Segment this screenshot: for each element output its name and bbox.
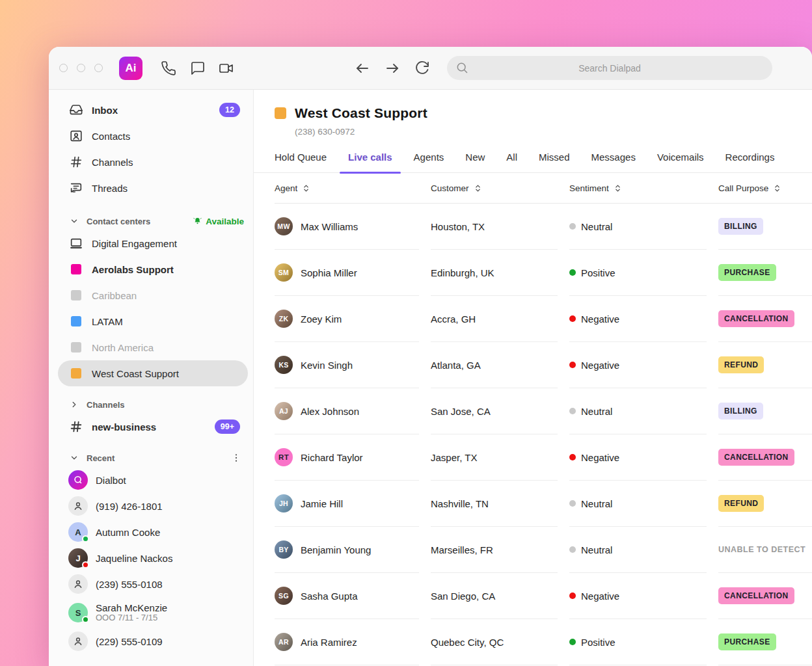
sidebar-item-threads[interactable]: Threads xyxy=(58,175,248,201)
table-row[interactable]: ZK Zoey Kim Accra, GH Negative CANCELLAT… xyxy=(275,296,812,342)
tab-bar: Hold Queue Live calls Agents New All Mis… xyxy=(275,152,812,172)
table-row[interactable]: KS Kevin Singh Atlanta, GA Negative REFU… xyxy=(275,342,812,388)
sentiment-cell: Negative xyxy=(569,573,707,619)
sentiment-cell: Positive xyxy=(569,619,707,665)
sidebar-item-aerolabs-support[interactable]: Aerolabs Support xyxy=(58,256,248,282)
column-header-call-purpose[interactable]: Call Purpose xyxy=(718,183,812,193)
recent-item-autumn-cooke[interactable]: A Autumn Cooke xyxy=(58,519,248,545)
tab-live-calls[interactable]: Live calls xyxy=(348,152,392,172)
back-icon[interactable] xyxy=(355,60,370,76)
monitor-icon xyxy=(68,235,84,251)
sidebar-item-new-business[interactable]: new-business 99+ xyxy=(58,414,248,440)
tab-voicemails[interactable]: Voicemails xyxy=(657,152,704,172)
sidebar-item-caribbean[interactable]: Caribbean xyxy=(58,282,248,308)
column-header-agent[interactable]: Agent xyxy=(275,183,419,193)
customer-cell: Houston, TX xyxy=(431,204,558,250)
recent-item-dialbot[interactable]: Dialbot xyxy=(58,467,248,493)
dialpad-ai-logo-icon: Ai xyxy=(119,57,142,80)
table-row[interactable]: AJ Alex Johnson San Jose, CA Neutral BIL… xyxy=(275,388,812,434)
sidebar-item-label: Threads xyxy=(92,183,128,194)
sidebar-item-inbox[interactable]: Inbox 12 xyxy=(58,97,248,123)
call-purpose-cell: REFUND xyxy=(718,342,812,388)
center-color-swatch xyxy=(71,368,81,379)
tab-recordings[interactable]: Recordings xyxy=(725,152,775,172)
sidebar-item-north-america[interactable]: North America xyxy=(58,334,248,360)
recent-item-jaqueline-nackos[interactable]: J Jaqueline Nackos xyxy=(58,545,248,571)
sentiment-label: Negative xyxy=(581,360,619,371)
window-control-icon[interactable] xyxy=(77,64,85,72)
sort-icon[interactable] xyxy=(773,184,781,193)
sidebar-item-label: North America xyxy=(92,342,154,353)
table-row[interactable]: SG Sasha Gupta San Diego, CA Negative CA… xyxy=(275,573,812,619)
agent-cell: SM Sophia Miller xyxy=(275,250,419,296)
tab-new[interactable]: New xyxy=(465,152,485,172)
table-row[interactable]: SM Sophia Miller Edinburgh, UK Positive … xyxy=(275,250,812,296)
status-dot xyxy=(82,561,89,568)
sidebar-item-label: LATAM xyxy=(92,316,123,327)
agent-name: Jamie Hill xyxy=(301,498,343,509)
recent-item-phone[interactable]: (239) 555-0108 xyxy=(58,571,248,597)
agent-name: Aria Ramirez xyxy=(301,637,357,648)
sort-icon[interactable] xyxy=(302,184,310,193)
sidebar-item-contacts[interactable]: Contacts xyxy=(58,123,248,149)
recent-item-sarah-mckenzie[interactable]: S Sarah McKenzie OOO 7/11 - 7/15 xyxy=(58,597,248,628)
refresh-icon[interactable] xyxy=(414,60,430,76)
agent-cell: BY Benjamin Young xyxy=(275,527,419,573)
tab-hold-queue[interactable]: Hold Queue xyxy=(275,152,327,172)
recent-item-phone[interactable]: (919) 426-1801 xyxy=(58,493,248,519)
tab-missed[interactable]: Missed xyxy=(539,152,570,172)
agent-avatar: AR xyxy=(275,633,293,651)
tab-agents[interactable]: Agents xyxy=(414,152,444,172)
sentiment-dot-icon xyxy=(569,639,576,645)
sort-icon[interactable] xyxy=(474,184,482,193)
column-header-customer[interactable]: Customer xyxy=(431,183,558,193)
sentiment-label: Negative xyxy=(581,313,619,325)
channels-section-header[interactable]: Channels xyxy=(58,395,248,414)
forward-icon[interactable] xyxy=(385,60,400,76)
chat-icon[interactable] xyxy=(190,60,206,76)
person-avatar xyxy=(68,496,88,516)
sentiment-cell: Negative xyxy=(569,342,707,388)
call-purpose-cell: PURCHASE xyxy=(718,250,812,296)
contact-centers-section-header[interactable]: Contact centers Available xyxy=(58,212,248,230)
tab-all[interactable]: All xyxy=(506,152,517,172)
tab-messages[interactable]: Messages xyxy=(591,152,636,172)
unread-badge: 12 xyxy=(219,103,240,118)
sidebar-item-west-coast-support[interactable]: West Coast Support xyxy=(58,360,248,386)
column-header-sentiment[interactable]: Sentiment xyxy=(569,183,707,193)
sentiment-cell: Neutral xyxy=(569,204,707,250)
call-purpose-cell: CANCELLATION xyxy=(718,296,812,342)
sentiment-cell: Neutral xyxy=(569,388,707,434)
phone-icon[interactable] xyxy=(161,60,176,76)
more-options-icon[interactable] xyxy=(231,453,241,463)
call-purpose-cell: CANCELLATION xyxy=(718,573,812,619)
sidebar-item-latam[interactable]: LATAM xyxy=(58,308,248,334)
table-row[interactable]: RT Richard Taylor Jasper, TX Negative CA… xyxy=(275,434,812,481)
sentiment-dot-icon xyxy=(569,269,576,276)
sidebar-item-channels[interactable]: Channels xyxy=(58,149,248,175)
search-input[interactable]: Search Dialpad xyxy=(447,56,772,80)
recent-section-header[interactable]: Recent xyxy=(58,449,248,467)
table-row[interactable]: JH Jamie Hill Nashville, TN Neutral REFU… xyxy=(275,481,812,527)
recent-item-phone[interactable]: (229) 555-0109 xyxy=(58,628,248,654)
sidebar-item-digital-engagement[interactable]: Digital Engagement xyxy=(58,230,248,256)
window-control-icon[interactable] xyxy=(59,64,68,72)
call-purpose-badge: CANCELLATION xyxy=(718,587,794,604)
table-row[interactable]: AR Aria Ramirez Quebec City, QC Positive… xyxy=(275,619,812,665)
person-avatar xyxy=(68,574,88,594)
call-purpose-badge: REFUND xyxy=(718,356,764,373)
sort-icon[interactable] xyxy=(614,184,622,193)
availability-status[interactable]: Available xyxy=(193,217,244,226)
sidebar: Inbox 12 Contacts Channels Threads Conta… xyxy=(49,90,254,666)
table-row[interactable]: MW Max Williams Houston, TX Neutral BILL… xyxy=(275,204,812,250)
agent-avatar: MW xyxy=(275,217,293,235)
agent-cell: MW Max Williams xyxy=(275,204,419,250)
window-controls[interactable] xyxy=(59,64,103,72)
customer-cell: San Diego, CA xyxy=(431,573,558,619)
agent-avatar: JH xyxy=(275,494,293,513)
table-row[interactable]: BY Benjamin Young Marseilles, FR Neutral… xyxy=(275,527,812,573)
agent-name: Zoey Kim xyxy=(301,313,342,325)
window-control-icon[interactable] xyxy=(94,64,103,72)
video-icon[interactable] xyxy=(219,60,234,76)
section-title: Recent xyxy=(87,453,115,463)
